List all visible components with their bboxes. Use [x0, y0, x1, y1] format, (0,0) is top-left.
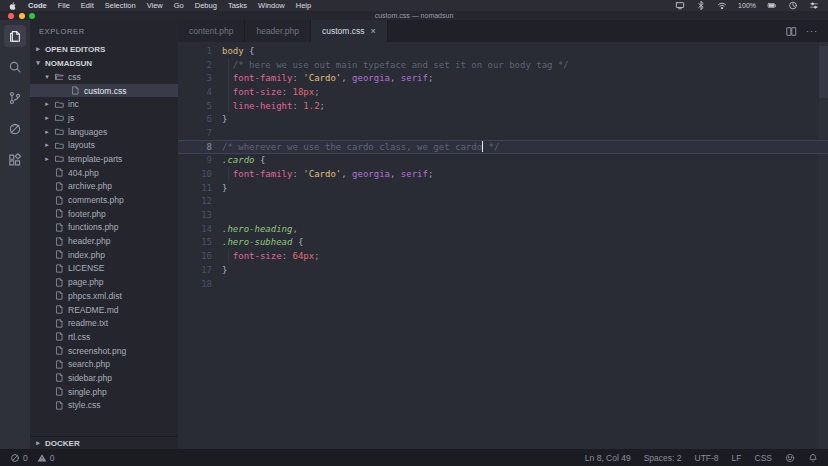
code-line-18[interactable]: 18	[178, 277, 828, 291]
tree-file-custom.css[interactable]: custom.css	[30, 84, 178, 98]
tree-file-archive.php[interactable]: archive.php	[30, 180, 178, 194]
code-area[interactable]: 1body {2 /* here we use out main typefac…	[178, 42, 828, 449]
code-line-1[interactable]: 1body {	[178, 44, 828, 58]
extensions-icon[interactable]	[4, 149, 26, 171]
menu-item-window[interactable]: Window	[258, 1, 285, 10]
code-line-16[interactable]: 16 font-size: 64px;	[178, 249, 828, 263]
file-icon	[55, 196, 64, 205]
tree-folder-css[interactable]: ▾css	[30, 70, 178, 84]
tree-item-label: rtl.css	[68, 332, 90, 342]
menu-item-view[interactable]: View	[147, 1, 163, 10]
problems-warnings[interactable]: 0	[37, 453, 55, 463]
file-icon	[55, 223, 64, 232]
tree-item-label: search.php	[68, 359, 110, 369]
tab-header.php[interactable]: header.php	[245, 20, 311, 42]
menu-item-file[interactable]: File	[58, 1, 70, 10]
code-line-2[interactable]: 2 /* here we use out main typeface and s…	[178, 58, 828, 72]
eol-indicator[interactable]: LF	[732, 453, 742, 463]
tree-file-readme.md[interactable]: README.md	[30, 303, 178, 317]
code-line-15[interactable]: 15.hero-subhead {	[178, 236, 828, 250]
more-actions-icon[interactable]: ···	[806, 26, 818, 36]
open-editors-section[interactable]: ▸ OPEN EDITORS	[30, 42, 178, 56]
menu-item-help[interactable]: Help	[296, 1, 311, 10]
line-content: font-size: 18px;	[212, 87, 320, 97]
split-editor-icon[interactable]	[786, 26, 797, 37]
menu-item-code[interactable]: Code	[28, 1, 47, 10]
code-line-8[interactable]: 8/* wherever we use the cardo class, we …	[178, 140, 828, 154]
tree-file-page.php[interactable]: page.php	[30, 275, 178, 289]
tree-file-single.php[interactable]: single.php	[30, 385, 178, 399]
minimize-window-button[interactable]	[19, 13, 25, 19]
tree-file-style.css[interactable]: style.css	[30, 399, 178, 413]
line-number: 13	[178, 210, 212, 220]
encoding-indicator[interactable]: UTF-8	[695, 453, 719, 463]
tree-file-comments.php[interactable]: comments.php	[30, 193, 178, 207]
tree-item-label: phpcs.xml.dist	[68, 291, 122, 301]
wifi-icon[interactable]	[717, 1, 727, 10]
battery-icon[interactable]	[767, 1, 777, 10]
menu-item-tasks[interactable]: Tasks	[228, 1, 247, 10]
tree-folder-inc[interactable]: ▸inc	[30, 97, 178, 111]
menu-item-edit[interactable]: Edit	[81, 1, 94, 10]
code-line-3[interactable]: 3 font-family: 'Cardo', georgia, serif;	[178, 71, 828, 85]
tab-content.php[interactable]: content.php	[178, 20, 245, 42]
line-content: line-height: 1.2;	[212, 101, 325, 111]
tree-folder-layouts[interactable]: ▸layouts	[30, 138, 178, 152]
code-line-9[interactable]: 9.cardo {	[178, 154, 828, 168]
code-line-17[interactable]: 17}	[178, 263, 828, 277]
close-tab-icon[interactable]: ×	[371, 27, 376, 36]
menu-item-go[interactable]: Go	[174, 1, 184, 10]
workspace-root-section[interactable]: ▾ NOMADSUN	[30, 56, 178, 70]
file-icon	[55, 168, 64, 177]
close-window-button[interactable]	[8, 13, 14, 19]
tree-file-readme.txt[interactable]: readme.txt	[30, 316, 178, 330]
tree-file-sidebar.php[interactable]: sidebar.php	[30, 371, 178, 385]
code-line-6[interactable]: 6}	[178, 112, 828, 126]
clock-icon[interactable]	[788, 1, 798, 10]
notifications-bell-icon[interactable]	[808, 453, 818, 463]
tab-custom.css[interactable]: custom.css×	[311, 20, 388, 42]
tree-file-license[interactable]: LICENSE	[30, 262, 178, 276]
code-line-5[interactable]: 5 line-height: 1.2;	[178, 99, 828, 113]
tree-file-phpcs.xml.dist[interactable]: phpcs.xml.dist	[30, 289, 178, 303]
code-line-10[interactable]: 10 font-family: 'Cardo', georgia, serif;	[178, 167, 828, 181]
tree-item-label: languages	[68, 127, 107, 137]
tree-file-search.php[interactable]: search.php	[30, 357, 178, 371]
code-line-11[interactable]: 11}	[178, 181, 828, 195]
code-line-14[interactable]: 14.hero-heading,	[178, 222, 828, 236]
tree-folder-template-parts[interactable]: ▸template-parts	[30, 152, 178, 166]
code-line-7[interactable]: 7	[178, 126, 828, 140]
window-controls	[8, 13, 35, 19]
tree-file-header.php[interactable]: header.php	[30, 234, 178, 248]
tree-folder-languages[interactable]: ▸languages	[30, 125, 178, 139]
debug-icon[interactable]	[4, 118, 26, 140]
tree-folder-js[interactable]: ▸js	[30, 111, 178, 125]
tree-file-screenshot.png[interactable]: screenshot.png	[30, 344, 178, 358]
feedback-smiley-icon[interactable]	[785, 453, 795, 463]
problems-errors[interactable]: 0	[10, 453, 28, 463]
zoom-window-button[interactable]	[29, 13, 35, 19]
control-center-icon[interactable]	[809, 1, 819, 10]
indentation-indicator[interactable]: Spaces: 2	[644, 453, 682, 463]
source-control-icon[interactable]	[4, 87, 26, 109]
tree-item-label: template-parts	[68, 154, 122, 164]
apple-logo-icon[interactable]	[9, 2, 17, 10]
search-icon[interactable]	[4, 56, 26, 78]
tree-file-index.php[interactable]: index.php	[30, 248, 178, 262]
files-icon[interactable]	[4, 25, 26, 47]
docker-section[interactable]: ▸ DOCKER	[30, 436, 178, 449]
cursor-position-indicator[interactable]: Ln 8, Col 49	[585, 453, 631, 463]
tree-item-label: screenshot.png	[68, 346, 126, 356]
menu-item-debug[interactable]: Debug	[195, 1, 217, 10]
menu-item-selection[interactable]: Selection	[105, 1, 136, 10]
code-line-13[interactable]: 13	[178, 208, 828, 222]
display-icon[interactable]	[675, 1, 685, 10]
bluetooth-icon[interactable]	[696, 1, 706, 10]
code-line-12[interactable]: 12	[178, 195, 828, 209]
tree-file-rtl.css[interactable]: rtl.css	[30, 330, 178, 344]
tree-file-404.php[interactable]: 404.php	[30, 166, 178, 180]
tree-file-footer.php[interactable]: footer.php	[30, 207, 178, 221]
language-mode-indicator[interactable]: CSS	[755, 453, 772, 463]
tree-file-functions.php[interactable]: functions.php	[30, 221, 178, 235]
code-line-4[interactable]: 4 font-size: 18px;	[178, 85, 828, 99]
